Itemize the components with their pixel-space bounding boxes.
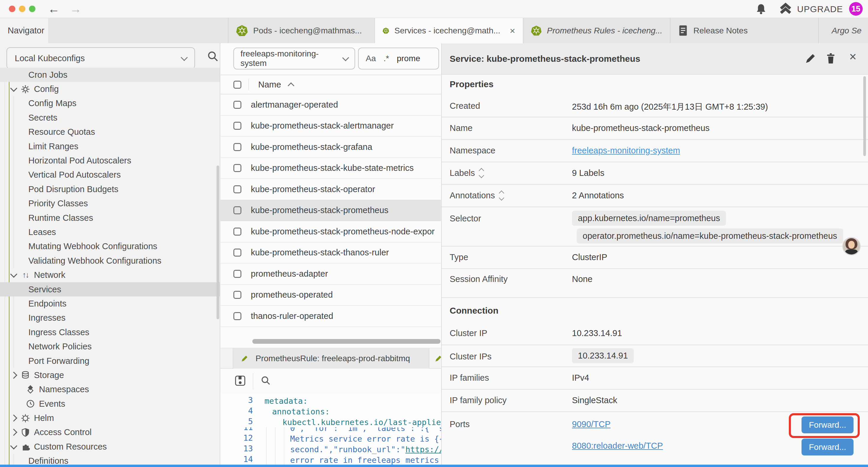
table-row[interactable]: thanos-ruler-operated <box>220 305 441 327</box>
forward-arrow-icon[interactable]: → <box>70 1 82 17</box>
table-row[interactable]: kube-prometheus-stack-prometheus-node-ex… <box>220 221 441 242</box>
sidebar-item-namespaces[interactable]: Namespaces <box>0 382 220 397</box>
sidebar-group-config[interactable]: Config <box>0 82 220 96</box>
row-checkbox[interactable] <box>234 291 241 299</box>
maximize-traffic-light[interactable] <box>29 6 35 12</box>
tab-services[interactable]: Services - icecheng@math... × <box>375 18 523 43</box>
row-checkbox[interactable] <box>234 206 241 214</box>
save-icon[interactable] <box>235 375 246 387</box>
forward-button[interactable]: Forward... <box>802 439 854 456</box>
close-panel-icon[interactable]: × <box>849 50 857 64</box>
row-checkbox[interactable] <box>234 122 241 130</box>
cluster-ip-chip: 10.233.14.91 <box>572 348 634 363</box>
regex-toggle[interactable]: .* <box>383 54 389 63</box>
table-row[interactable]: kube-prometheus-stack-kube-state-metrics <box>220 158 441 179</box>
sidebar-item-resource-quotas[interactable]: Resource Quotas <box>0 125 220 139</box>
notifications-badge[interactable]: 15 <box>849 2 863 16</box>
sidebar-item-secrets[interactable]: Secrets <box>0 111 220 125</box>
forward-button[interactable]: Forward... <box>802 416 854 433</box>
sidebar-item-horizontal-pod-autoscalers[interactable]: Horizontal Pod Autoscalers <box>0 153 220 168</box>
assistant-avatar[interactable] <box>842 237 861 255</box>
table-row[interactable]: kube-prometheus-stack-thanos-ruler <box>220 242 441 264</box>
row-checkbox[interactable] <box>234 164 241 172</box>
table-row[interactable]: kube-prometheus-stack-alertmanager <box>220 116 441 137</box>
tab-prometheus-rules[interactable]: Prometheus Rules - icecheng... <box>523 18 670 43</box>
port-link[interactable]: 9090/TCP <box>572 419 611 429</box>
port-link[interactable]: 8080:reloader-web/TCP <box>572 441 663 451</box>
sidebar-item-events[interactable]: Events <box>0 397 220 411</box>
name-column-header[interactable]: Name <box>258 80 281 90</box>
sidebar-group-access-control[interactable]: Access Control <box>0 425 220 439</box>
sidebar-item-ingress-classes[interactable]: Ingress Classes <box>0 325 220 339</box>
property-row-ip-family-policy: IP family policy SingleStack <box>442 389 868 412</box>
row-checkbox[interactable] <box>234 270 241 278</box>
namespace-filter-select[interactable]: freeleaps-monitoring-system <box>234 48 355 69</box>
table-row[interactable]: prometheus-operated <box>220 285 441 306</box>
select-all-checkbox[interactable] <box>234 81 241 89</box>
close-traffic-light[interactable] <box>9 6 16 12</box>
row-checkbox[interactable] <box>234 312 241 320</box>
sidebar-item-ingresses[interactable]: Ingresses <box>0 311 220 325</box>
sidebar-item-vertical-pod-autoscalers[interactable]: Vertical Pod Autoscalers <box>0 168 220 182</box>
sidebar-item-services[interactable]: Services <box>0 282 220 296</box>
search-input[interactable]: Aa .* prome <box>358 48 439 69</box>
table-row[interactable]: kube-prometheus-stack-operator <box>220 179 441 200</box>
expand-collapse-icon[interactable] <box>479 169 483 177</box>
match-case-toggle[interactable]: Aa <box>366 54 376 63</box>
tab-pods[interactable]: Pods - icecheng@mathmas... <box>228 18 375 43</box>
table-row[interactable]: alertmanager-operated <box>220 94 441 116</box>
sidebar-item-port-forwarding[interactable]: Port Forwarding <box>0 354 220 368</box>
sidebar-item-mutating-webhook-configurations[interactable]: Mutating Webhook Configurations <box>0 239 220 254</box>
back-arrow-icon[interactable]: ← <box>48 1 60 17</box>
row-checkbox[interactable] <box>234 101 241 109</box>
kubernetes-icon <box>236 25 248 37</box>
window-titlebar: ← → UPGRADE 15 <box>0 0 868 18</box>
sidebar-group-storage[interactable]: Storage <box>0 368 220 382</box>
horizontal-scrollbar[interactable] <box>252 339 440 344</box>
sidebar-group-helm[interactable]: Helm <box>0 411 220 425</box>
code-line: second.","runbook_url":"https://net <box>290 445 441 454</box>
sidebar-item-limit-ranges[interactable]: Limit Ranges <box>0 139 220 153</box>
sidebar-item-definitions[interactable]: Definitions <box>0 454 220 465</box>
expand-collapse-icon[interactable] <box>500 191 503 200</box>
editor-tab-prometheusrule[interactable]: PrometheusRule: freeleaps-prod-rabbitmq <box>233 348 429 369</box>
sidebar-item-runtime-classes[interactable]: Runtime Classes <box>0 211 220 225</box>
sidebar-item-priority-classes[interactable]: Priority Classes <box>0 197 220 211</box>
connection-heading: Connection <box>450 305 498 316</box>
upgrade-button[interactable]: UPGRADE <box>779 2 843 16</box>
bell-icon[interactable] <box>755 3 767 17</box>
sidebar-item-cron-jobs[interactable]: Cron Jobs <box>0 68 220 82</box>
table-row-selected[interactable]: kube-prometheus-stack-prometheus <box>220 200 441 222</box>
table-row[interactable]: prometheus-adapter <box>220 263 441 285</box>
details-scrollbar[interactable] <box>863 76 866 156</box>
row-checkbox[interactable] <box>234 228 241 236</box>
sidebar-item-config-maps[interactable]: Config Maps <box>0 96 220 111</box>
minimize-traffic-light[interactable] <box>19 6 25 12</box>
kubeconfig-selector[interactable]: Local Kubeconfigs <box>6 47 195 69</box>
namespace-link[interactable]: freeleaps-monitoring-system <box>572 146 680 155</box>
close-tab-icon[interactable]: × <box>509 25 515 36</box>
sidebar-item-endpoints[interactable]: Endpoints <box>0 296 220 311</box>
navigator-panel-tab[interactable]: Navigator <box>0 18 48 43</box>
app-window: ← → UPGRADE 15 Navigator Pods - icecheng… <box>0 0 868 467</box>
sidebar-item-validating-webhook-configurations[interactable]: Validating Webhook Configurations <box>0 254 220 268</box>
property-row-name: Name kube-prometheus-stack-prometheus <box>442 117 868 140</box>
sidebar-item-leases[interactable]: Leases <box>0 225 220 239</box>
sidebar-item-network-policies[interactable]: Network Policies <box>0 339 220 353</box>
helm-wheel-icon <box>20 413 30 423</box>
row-checkbox[interactable] <box>234 249 241 257</box>
sidebar-scrollbar[interactable] <box>217 166 219 319</box>
sidebar-search-icon[interactable] <box>207 50 219 64</box>
row-checkbox[interactable] <box>234 185 241 193</box>
tab-release-notes[interactable]: Release Notes <box>670 18 819 43</box>
editor-search-icon[interactable] <box>260 375 272 387</box>
sidebar-item-pod-disruption-budgets[interactable]: Pod Disruption Budgets <box>0 182 220 196</box>
edit-pencil-icon[interactable] <box>804 53 816 66</box>
sidebar-group-custom-resources[interactable]: Custom Resources <box>0 439 220 454</box>
row-checkbox[interactable] <box>234 143 241 151</box>
yaml-editor[interactable]: 3metadata: 4annotations: 5kubectl.kubern… <box>220 394 441 465</box>
tab-argo[interactable]: Argo Se <box>819 18 868 43</box>
trash-icon[interactable] <box>825 53 836 66</box>
table-row[interactable]: kube-prometheus-stack-grafana <box>220 137 441 158</box>
sidebar-group-network[interactable]: ↑↓ Network <box>0 268 220 282</box>
